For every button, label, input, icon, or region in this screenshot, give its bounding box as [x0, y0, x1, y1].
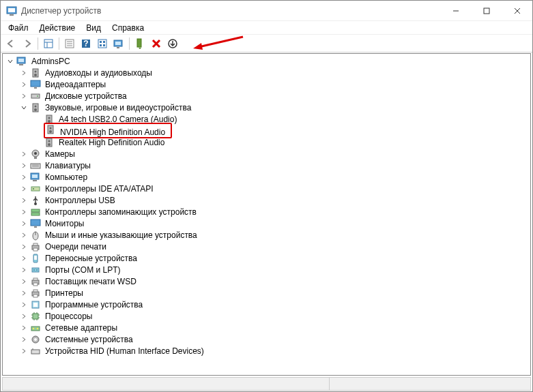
tree-item-root[interactable]: AdminsPC — [3, 55, 530, 67]
svg-rect-72 — [34, 256, 37, 260]
speaker-icon — [30, 102, 41, 113]
svg-rect-98 — [31, 350, 40, 354]
tree-item-ide-controllers[interactable]: Контроллеры IDE ATA/ATAPI — [3, 183, 530, 194]
svg-rect-23 — [117, 47, 119, 48]
tree-item-mice[interactable]: Мыши и иные указывающие устройства — [3, 229, 530, 241]
tree-item-label: Клавиатуры — [44, 161, 92, 170]
properties-button[interactable] — [62, 36, 77, 51]
tree-item-realtek-hd-audio[interactable]: Realtek High Definition Audio — [3, 136, 530, 148]
chevron-right-icon[interactable] — [19, 346, 29, 356]
chevron-right-icon[interactable] — [19, 219, 29, 228]
speaker-icon — [45, 124, 56, 135]
chevron-right-icon[interactable] — [19, 230, 29, 240]
menu-help[interactable]: Справка — [107, 22, 149, 34]
chevron-right-icon[interactable] — [19, 207, 29, 217]
chevron-right-icon[interactable] — [19, 323, 29, 333]
chevron-right-icon[interactable] — [19, 68, 29, 78]
uninstall-button[interactable] — [149, 36, 164, 51]
chevron-right-icon[interactable] — [19, 80, 29, 89]
svg-rect-57 — [32, 175, 38, 178]
update-driver-button[interactable] — [165, 36, 180, 51]
tree-item-print-queues[interactable]: Очереди печати — [3, 241, 530, 252]
minimize-button[interactable] — [440, 1, 471, 20]
help-button[interactable]: ? — [78, 36, 93, 51]
tree-item-label: Камеры — [44, 149, 76, 159]
portable-icon — [30, 253, 41, 264]
tree-item-ports[interactable]: Порты (COM и LPT) — [3, 264, 530, 275]
chevron-right-icon[interactable] — [19, 312, 29, 321]
gear-icon — [30, 334, 41, 345]
device-tree-scroll[interactable]: AdminsPCАудиовходы и аудиовыходыВидеоада… — [3, 54, 530, 375]
svg-rect-70 — [33, 248, 38, 251]
menu-view[interactable]: Вид — [81, 22, 106, 34]
chevron-right-icon[interactable] — [19, 172, 29, 182]
chevron-right-icon[interactable] — [19, 91, 29, 101]
tree-item-software-devices[interactable]: Программные устройства — [3, 299, 530, 310]
app-icon — [6, 5, 17, 16]
tree-item-storage-controllers[interactable]: Контроллеры запоминающих устройств — [3, 206, 530, 217]
chevron-right-icon[interactable] — [19, 335, 29, 344]
tree-item-usb-controllers[interactable]: Контроллеры USB — [3, 194, 530, 206]
chevron-right-icon[interactable] — [19, 196, 29, 205]
chevron-right-icon[interactable] — [19, 242, 29, 252]
chevron-right-icon[interactable] — [19, 288, 29, 298]
scan-button[interactable] — [111, 36, 126, 51]
forward-button[interactable] — [20, 36, 35, 51]
action-button[interactable] — [95, 36, 110, 51]
chevron-right-icon[interactable] — [19, 265, 29, 275]
chevron-right-icon[interactable] — [19, 277, 29, 286]
tree-item-printers[interactable]: Принтеры — [3, 287, 530, 299]
chevron-down-icon[interactable] — [19, 103, 29, 112]
tree-item-network-adapters[interactable]: Сетевые адаптеры — [3, 322, 530, 333]
tree-item-monitors[interactable]: Мониторы — [3, 217, 530, 229]
tree-item-disk-drives[interactable]: Дисковые устройства — [3, 90, 530, 102]
tree-item-nvidia-hd-audio[interactable]: NVIDIA High Definition Audio — [3, 125, 530, 136]
svg-rect-83 — [33, 303, 38, 307]
titlebar: Диспетчер устройств — [1, 1, 532, 21]
svg-rect-18 — [103, 41, 105, 43]
tree-item-label: Устройства HID (Human Interface Devices) — [44, 346, 205, 356]
tree-item-label: Процессоры — [44, 312, 94, 321]
tree-item-wsd-provider[interactable]: Поставщик печати WSD — [3, 275, 530, 287]
menu-file[interactable]: Файл — [3, 22, 33, 34]
svg-point-97 — [34, 338, 37, 341]
svg-rect-17 — [100, 41, 102, 43]
show-hide-tree-button[interactable] — [41, 36, 56, 51]
svg-rect-35 — [34, 87, 37, 89]
chevron-right-icon[interactable] — [19, 161, 29, 170]
svg-rect-80 — [33, 290, 38, 292]
tree-item-sound-game-video[interactable]: Звуковые, игровые и видеоустройства — [3, 102, 530, 113]
tree-item-keyboards[interactable]: Клавиатуры — [3, 160, 530, 171]
pc-icon — [16, 56, 27, 67]
svg-rect-4 — [484, 8, 489, 14]
menu-action[interactable]: Действие — [35, 22, 81, 34]
tree-item-processors[interactable]: Процессоры — [3, 310, 530, 322]
svg-rect-63 — [31, 213, 40, 215]
chevron-right-icon[interactable] — [19, 254, 29, 263]
svg-rect-36 — [31, 94, 40, 98]
tree-item-video-adapters[interactable]: Видеоадаптеры — [3, 78, 530, 90]
tree-item-audio-io[interactable]: Аудиовходы и аудиовыходы — [3, 67, 530, 78]
chevron-right-icon[interactable] — [19, 149, 29, 159]
tree-item-computer[interactable]: Компьютер — [3, 171, 530, 183]
speaker-icon — [30, 67, 41, 78]
tree-item-label: Сетевые адаптеры — [44, 323, 119, 333]
back-button[interactable] — [3, 36, 18, 51]
maximize-button[interactable] — [471, 1, 502, 20]
svg-rect-34 — [31, 80, 40, 87]
tree-item-cameras[interactable]: Камеры — [3, 148, 530, 160]
tree-item-system-devices[interactable]: Системные устройства — [3, 333, 530, 345]
close-button[interactable] — [502, 1, 532, 20]
chevron-right-icon[interactable] — [19, 300, 29, 310]
chevron-down-icon[interactable] — [5, 57, 15, 66]
enable-button[interactable] — [132, 36, 147, 51]
svg-point-46 — [49, 130, 52, 133]
svg-rect-22 — [115, 42, 121, 45]
chevron-right-icon[interactable] — [19, 184, 29, 194]
display-icon — [30, 79, 41, 90]
printer-icon — [30, 288, 41, 299]
tree-item-portable-devices[interactable]: Переносные устройства — [3, 252, 530, 264]
tree-item-label: NVIDIA High Definition Audio — [59, 127, 167, 137]
tree-item-label: Поставщик печати WSD — [44, 277, 138, 286]
tree-item-hid-devices[interactable]: Устройства HID (Human Interface Devices) — [3, 345, 530, 357]
